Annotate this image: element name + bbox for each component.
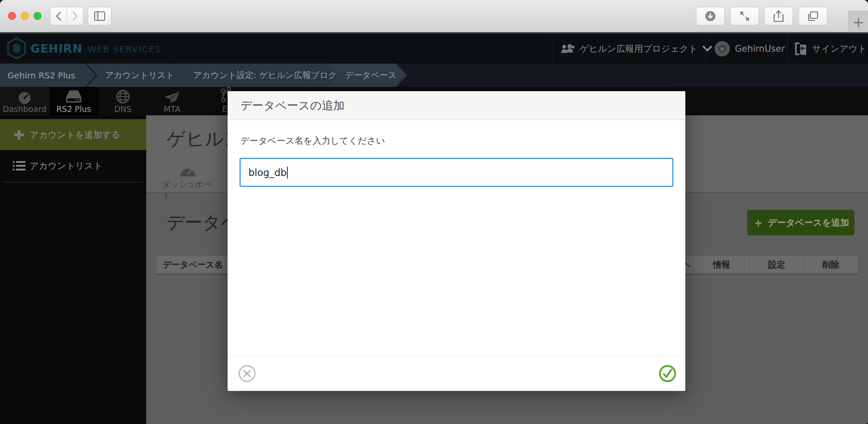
new-tab-button[interactable]: + [849,11,868,32]
modal-title: データベースの追加 [240,98,345,113]
confirm-button[interactable] [659,365,676,382]
toggle-sidebar-button[interactable] [88,7,111,25]
chevron-left-icon [56,11,61,21]
cancel-button[interactable] [239,365,256,382]
check-icon [662,368,673,379]
downloads-button[interactable] [696,7,725,25]
add-database-modal: データベースの追加 データベース名を入力してください blog_db [228,91,685,391]
download-circle-icon [705,11,716,22]
database-name-label: データベース名を入力してください [240,135,385,147]
share-button[interactable] [764,7,793,25]
tab-overview-icon [807,11,818,21]
back-button[interactable] [50,7,67,25]
database-name-input[interactable]: blog_db [239,158,673,187]
share-up-arrow-icon [773,10,784,22]
text-caret [287,167,288,179]
chevron-right-icon [72,11,78,21]
fullscreen-arrows-icon [740,11,750,21]
browser-toolbar: + [0,0,868,32]
fullscreen-button[interactable] [730,7,759,25]
browser-window: + GEHIRN WEB SERVICES ゲヒルン広報用プロジェクト [0,0,868,424]
forward-button[interactable] [67,7,83,25]
close-window-button[interactable] [8,12,16,20]
minimize-window-button[interactable] [21,12,29,20]
sidebar-panel-icon [94,11,105,21]
input-value: blog_db [248,167,287,178]
x-icon [242,369,252,378]
modal-header: データベースの追加 [228,91,685,120]
tab-overview-button[interactable] [798,7,827,25]
modal-footer [228,355,685,391]
zoom-window-button[interactable] [33,12,42,20]
plus-icon: + [852,14,865,31]
